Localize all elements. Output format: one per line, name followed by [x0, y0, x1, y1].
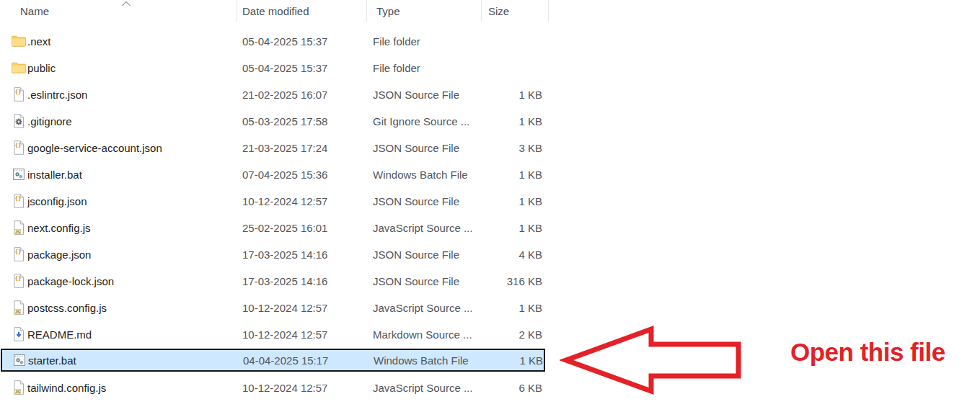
file-size — [462, 30, 542, 52]
js-file-icon: JS — [10, 377, 27, 398]
chevron-up-icon[interactable] — [121, 1, 131, 6]
js-file-icon: JS — [10, 297, 27, 318]
file-row[interactable]: {} .eslintrc.json 21-02-2025 16:07 JSON … — [0, 84, 548, 105]
column-header-type[interactable]: Type — [376, 0, 400, 22]
file-name: google-service-account.json — [27, 137, 233, 158]
file-size — [462, 57, 542, 79]
column-divider[interactable] — [481, 0, 482, 22]
file-date-modified: 10-12-2024 12:57 — [242, 297, 363, 318]
file-row[interactable]: .gitignore 05-03-2025 17:58 Git Ignore S… — [0, 110, 548, 132]
file-size: 1 KB — [462, 164, 542, 185]
file-name: .eslintrc.json — [27, 84, 233, 105]
folder-icon — [10, 30, 27, 52]
file-date-modified: 25-02-2025 16:01 — [242, 217, 363, 238]
file-size: 2 KB — [462, 323, 542, 345]
svg-text:{}: {} — [15, 89, 22, 95]
file-size: 316 KB — [462, 270, 542, 292]
file-name: .next — [27, 30, 233, 52]
file-name: README.md — [27, 323, 233, 345]
file-size: 1 KB — [462, 350, 543, 370]
svg-text:{}: {} — [15, 195, 22, 202]
file-date-modified: 05-03-2025 17:58 — [242, 110, 363, 132]
file-row[interactable]: JS tailwind.config.js 10-12-2024 12:57 J… — [0, 377, 548, 398]
file-name: public — [27, 57, 233, 79]
svg-text:JS: JS — [15, 230, 20, 234]
file-row[interactable]: JS next.config.js 25-02-2025 16:01 JavaS… — [0, 217, 548, 238]
file-size: 3 KB — [462, 137, 542, 158]
file-date-modified: 17-03-2025 14:16 — [242, 270, 363, 292]
file-date-modified: 10-12-2024 12:57 — [242, 323, 363, 345]
file-name: postcss.config.js — [27, 297, 233, 318]
folder-icon — [10, 57, 27, 79]
column-divider[interactable] — [548, 0, 549, 22]
file-date-modified: 21-02-2025 16:07 — [242, 84, 363, 105]
json-file-icon: {} — [10, 243, 27, 265]
file-row[interactable]: {} jsconfig.json 10-12-2024 12:57 JSON S… — [0, 190, 548, 212]
file-size: 1 KB — [462, 297, 542, 318]
file-row[interactable]: .next 05-04-2025 15:37 File folder — [0, 30, 548, 52]
file-date-modified: 05-04-2025 15:37 — [242, 30, 363, 52]
file-row[interactable]: README.md 10-12-2024 12:57 Markdown Sour… — [0, 323, 548, 345]
gear-file-icon — [10, 110, 27, 132]
svg-text:{}: {} — [15, 275, 22, 282]
file-name: installer.bat — [27, 164, 233, 185]
file-row-selected[interactable]: starter.bat 04-04-2025 15:17 Windows Bat… — [1, 349, 545, 372]
json-file-icon: {} — [10, 190, 27, 212]
column-header-name[interactable]: Name — [20, 0, 49, 22]
file-row[interactable]: {} package.json 17-03-2025 14:16 JSON So… — [0, 243, 548, 265]
file-name: next.config.js — [27, 217, 233, 238]
svg-text:{}: {} — [15, 142, 22, 148]
column-divider[interactable] — [237, 0, 237, 22]
batch-file-icon — [11, 350, 28, 370]
file-row[interactable]: JS postcss.config.js 10-12-2024 12:57 Ja… — [0, 297, 548, 318]
file-date-modified: 10-12-2024 12:57 — [242, 377, 363, 398]
file-size: 1 KB — [462, 190, 542, 212]
file-date-modified: 07-04-2025 15:36 — [242, 164, 363, 185]
annotation-label: Open this file — [790, 338, 945, 367]
file-date-modified: 10-12-2024 12:57 — [242, 190, 363, 212]
file-size: 1 KB — [462, 110, 542, 132]
svg-text:JS: JS — [15, 390, 20, 394]
svg-text:{}: {} — [15, 248, 22, 255]
js-file-icon: JS — [10, 217, 27, 238]
column-header-date-modified[interactable]: Date modified — [242, 0, 309, 22]
file-name: .gitignore — [27, 110, 233, 132]
file-name: package-lock.json — [27, 270, 233, 292]
batch-file-icon — [10, 164, 27, 185]
file-row[interactable]: public 05-04-2025 15:37 File folder — [0, 57, 548, 79]
file-name: jsconfig.json — [27, 190, 233, 212]
file-row[interactable]: {} google-service-account.json 21-03-202… — [0, 137, 548, 158]
file-date-modified: 04-04-2025 15:17 — [243, 350, 364, 370]
file-explorer-window: Name Date modified Type Size .next 05-04… — [0, 0, 980, 412]
column-divider[interactable] — [366, 0, 367, 22]
file-size: 1 KB — [462, 217, 542, 238]
file-row[interactable]: {} package-lock.json 17-03-2025 14:16 JS… — [0, 270, 548, 292]
file-row[interactable]: installer.bat 07-04-2025 15:36 Windows B… — [0, 164, 548, 185]
file-name: starter.bat — [28, 350, 234, 370]
json-file-icon: {} — [10, 84, 27, 105]
file-size: 4 KB — [462, 243, 542, 265]
markdown-file-icon — [10, 323, 27, 345]
json-file-icon: {} — [10, 270, 27, 292]
file-date-modified: 05-04-2025 15:37 — [242, 57, 363, 79]
file-date-modified: 17-03-2025 14:16 — [242, 243, 363, 265]
file-date-modified: 21-03-2025 17:24 — [242, 137, 363, 158]
column-header-size[interactable]: Size — [488, 0, 509, 22]
file-size: 1 KB — [462, 84, 542, 105]
left-block-arrow-icon — [560, 323, 744, 398]
svg-text:JS: JS — [15, 310, 20, 314]
file-name: package.json — [27, 243, 233, 265]
file-name: tailwind.config.js — [27, 377, 233, 398]
file-size: 6 KB — [462, 377, 542, 398]
json-file-icon: {} — [10, 137, 27, 158]
